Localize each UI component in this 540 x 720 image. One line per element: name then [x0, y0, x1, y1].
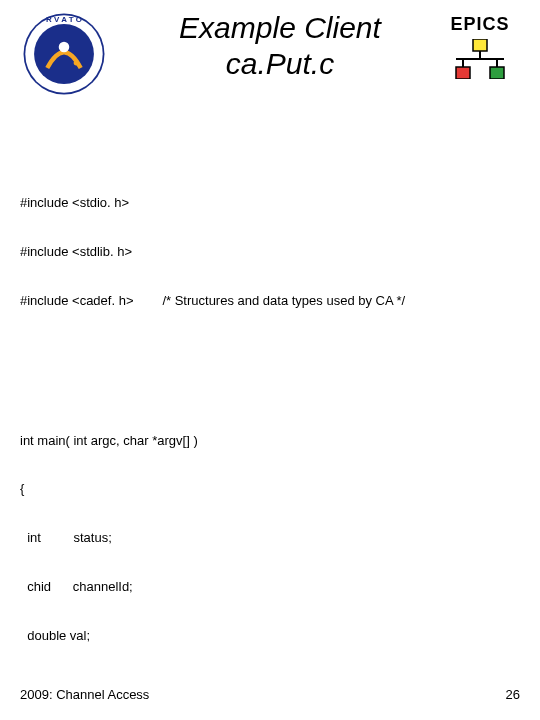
slide-header: R V A T O Example Client ca.Put.c EPICS	[20, 10, 520, 130]
observatory-sciences-logo-icon: R V A T O	[20, 10, 108, 98]
code-comment: /* Structures and data types used by CA …	[162, 293, 405, 309]
code-line: #include <stdio. h>	[20, 195, 520, 211]
svg-rect-10	[473, 39, 487, 51]
svg-point-4	[74, 60, 79, 65]
slide-title: Example Client ca.Put.c	[130, 10, 430, 82]
includes-block: #include <stdio. h> #include <stdlib. h>…	[20, 163, 520, 342]
code-line: chid channelId;	[20, 579, 520, 595]
title-line-1: Example Client	[130, 10, 430, 46]
code-line: int main( int argc, char *argv[] )	[20, 433, 520, 449]
svg-point-3	[59, 42, 70, 53]
title-line-2: ca.Put.c	[130, 46, 430, 82]
page-number: 26	[506, 687, 520, 702]
svg-rect-11	[456, 67, 470, 79]
svg-text:R V A T O: R V A T O	[46, 15, 82, 24]
svg-rect-12	[490, 67, 504, 79]
code-line: double val;	[20, 628, 520, 644]
code-line: #include <stdlib. h>	[20, 244, 520, 260]
code-body: #include <stdio. h> #include <stdlib. h>…	[20, 130, 520, 720]
epics-logo: EPICS	[440, 14, 520, 79]
code-line: {	[20, 481, 520, 497]
include-cadef: #include <cadef. h>	[20, 293, 133, 308]
code-line: #include <cadef. h> /* Structures and da…	[20, 293, 520, 309]
slide-footer: 2009: Channel Access 26	[20, 687, 520, 702]
code-line: int status;	[20, 530, 520, 546]
epics-label: EPICS	[440, 14, 520, 35]
slide: R V A T O Example Client ca.Put.c EPICS …	[0, 0, 540, 720]
footer-text: 2009: Channel Access	[20, 687, 149, 702]
epics-network-icon	[451, 39, 509, 79]
main-decl-block: int main( int argc, char *argv[] ) { int…	[20, 400, 520, 676]
